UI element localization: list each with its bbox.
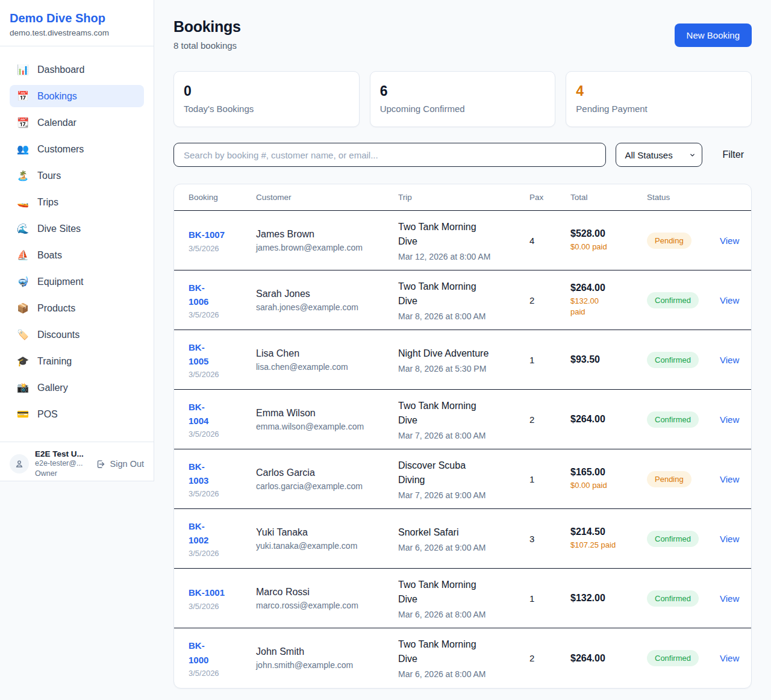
sidebar-item-dive-sites[interactable]: 🌊 Dive Sites	[10, 217, 144, 240]
view-link[interactable]: View	[720, 236, 739, 246]
sidebar-item-customers[interactable]: 👥 Customers	[10, 138, 144, 160]
customer-email: john.smith@example.com	[256, 660, 398, 670]
booking-cell: BK- 1006 3/5/2026	[189, 281, 256, 320]
view-link[interactable]: View	[720, 653, 739, 663]
booking-id-link[interactable]: BK-1007	[189, 228, 256, 242]
page-title-block: Bookings 8 total bookings	[173, 18, 241, 51]
booking-cell: BK-1001 3/5/2026	[189, 586, 256, 610]
search-input[interactable]	[173, 143, 606, 167]
view-link[interactable]: View	[720, 295, 739, 305]
table-row: BK- 1004 3/5/2026 Emma Wilson emma.wilso…	[174, 390, 751, 449]
view-link[interactable]: View	[720, 593, 739, 604]
booking-id-link[interactable]: BK- 1000	[189, 639, 256, 667]
graduation-cap-icon: 🎓	[17, 355, 29, 367]
trip-cell: Two Tank Morning Dive Mar 8, 2026 at 8:0…	[398, 280, 529, 321]
user-email: e2e-tester@...	[35, 458, 93, 469]
sidebar-item-label: Training	[37, 356, 72, 367]
customer-cell: Carlos Garcia carlos.garcia@example.com	[256, 467, 398, 491]
booking-date: 3/5/2026	[189, 549, 256, 558]
customer-email: lisa.chen@example.com	[256, 362, 398, 372]
total-cell: $264.00	[570, 653, 647, 664]
customer-name: James Brown	[256, 229, 398, 240]
user-name: E2E Test U...	[35, 449, 93, 458]
sidebar-item-boats[interactable]: ⛵ Boats	[10, 244, 144, 266]
sidebar-item-calendar[interactable]: 📆 Calendar	[10, 111, 144, 134]
booking-date: 3/5/2026	[189, 244, 256, 253]
trip-datetime: Mar 6, 2026 at 9:00 AM	[398, 543, 529, 552]
status-badge: Confirmed	[647, 531, 699, 547]
booking-id-link[interactable]: BK- 1006	[189, 281, 256, 309]
sidebar-item-dashboard[interactable]: 📊 Dashboard	[10, 58, 144, 81]
new-booking-button[interactable]: New Booking	[675, 23, 752, 47]
person-icon	[14, 459, 24, 469]
customer-name: Marco Rossi	[256, 587, 398, 598]
sidebar-item-tours[interactable]: 🏝️ Tours	[10, 164, 144, 187]
customer-cell: Sarah Jones sarah.jones@example.com	[256, 289, 398, 312]
credit-card-icon: 💳	[17, 408, 29, 420]
paid-amount: $132.00 paid	[570, 296, 647, 317]
status-filter-value: All Statuses	[625, 150, 672, 160]
sidebar-item-label: Dashboard	[37, 64, 84, 75]
sidebar-item-pos[interactable]: 💳 POS	[10, 403, 144, 425]
status-cell: Pending	[647, 471, 720, 487]
booking-id-link[interactable]: BK- 1002	[189, 519, 256, 548]
total-amount: $264.00	[570, 283, 647, 293]
trip-datetime: Mar 8, 2026 at 5:30 PM	[398, 364, 529, 373]
stat-value: 0	[184, 83, 349, 99]
view-link[interactable]: View	[720, 474, 739, 484]
booking-date: 3/5/2026	[189, 602, 256, 611]
booking-id-link[interactable]: BK- 1004	[189, 400, 256, 428]
user-area: E2E Test U... e2e-tester@... Owner Sign …	[0, 442, 154, 487]
trip-name: Two Tank Morning Dive	[398, 280, 529, 308]
column-header-trip: Trip	[398, 193, 529, 202]
sidebar-item-products[interactable]: 📦 Products	[10, 297, 144, 319]
view-link[interactable]: View	[720, 414, 739, 425]
sidebar-item-discounts[interactable]: 🏷️ Discounts	[10, 323, 144, 346]
status-cell: Confirmed	[647, 411, 720, 428]
brand-block: Demo Dive Shop demo.test.divestreams.com	[0, 0, 154, 46]
booking-cell: BK- 1004 3/5/2026	[189, 400, 256, 439]
status-badge: Confirmed	[647, 650, 699, 666]
total-amount: $165.00	[570, 467, 647, 478]
pax-count: 2	[529, 295, 570, 305]
status-badge: Confirmed	[647, 292, 699, 308]
pax-count: 3	[529, 534, 570, 544]
sidebar-item-label: Customers	[37, 144, 84, 155]
brand-name: Demo Dive Shop	[10, 11, 144, 25]
trip-name: Two Tank Morning Dive	[398, 220, 529, 249]
sign-out-button[interactable]: Sign Out	[96, 459, 144, 469]
sidebar-item-bookings[interactable]: 📅 Bookings	[10, 85, 144, 107]
sidebar-item-training[interactable]: 🎓 Training	[10, 350, 144, 372]
status-cell: Pending	[647, 233, 720, 249]
customer-name: Sarah Jones	[256, 289, 398, 299]
sidebar-item-equipment[interactable]: 🤿 Equipment	[10, 270, 144, 293]
booking-id-link[interactable]: BK- 1003	[189, 460, 256, 488]
trip-name: Snorkel Safari	[398, 525, 529, 540]
calendar-icon: 📅	[17, 90, 29, 102]
customer-email: james.brown@example.com	[256, 243, 398, 252]
status-badge: Pending	[647, 233, 691, 249]
booking-date: 3/5/2026	[189, 310, 256, 319]
booking-cell: BK- 1000 3/5/2026	[189, 639, 256, 678]
pax-count: 4	[529, 236, 570, 246]
sign-out-label: Sign Out	[110, 459, 144, 469]
view-link[interactable]: View	[720, 534, 739, 544]
customer-cell: James Brown james.brown@example.com	[256, 229, 398, 252]
people-icon: 👥	[17, 143, 29, 155]
customer-cell: Yuki Tanaka yuki.tanaka@example.com	[256, 527, 398, 551]
status-filter-select[interactable]: All Statuses	[616, 143, 702, 167]
sidebar-item-label: Tours	[37, 170, 61, 181]
filter-button[interactable]: Filter	[722, 149, 744, 160]
sidebar-item-gallery[interactable]: 📸 Gallery	[10, 377, 144, 399]
stat-value: 4	[576, 83, 741, 99]
view-link[interactable]: View	[720, 355, 739, 365]
booking-id-link[interactable]: BK- 1005	[189, 340, 256, 369]
sidebar-item-label: Dive Sites	[37, 223, 81, 234]
customer-cell: Emma Wilson emma.wilson@example.com	[256, 408, 398, 431]
stats-row: 0 Today's Bookings 6 Upcoming Confirmed …	[173, 71, 752, 127]
sidebar-item-trips[interactable]: 🚤 Trips	[10, 191, 144, 213]
booking-id-link[interactable]: BK-1001	[189, 586, 256, 599]
customer-email: sarah.jones@example.com	[256, 302, 398, 312]
controls-row: All Statuses Filter	[173, 143, 752, 167]
label-tag-icon: 🏷️	[17, 329, 29, 340]
